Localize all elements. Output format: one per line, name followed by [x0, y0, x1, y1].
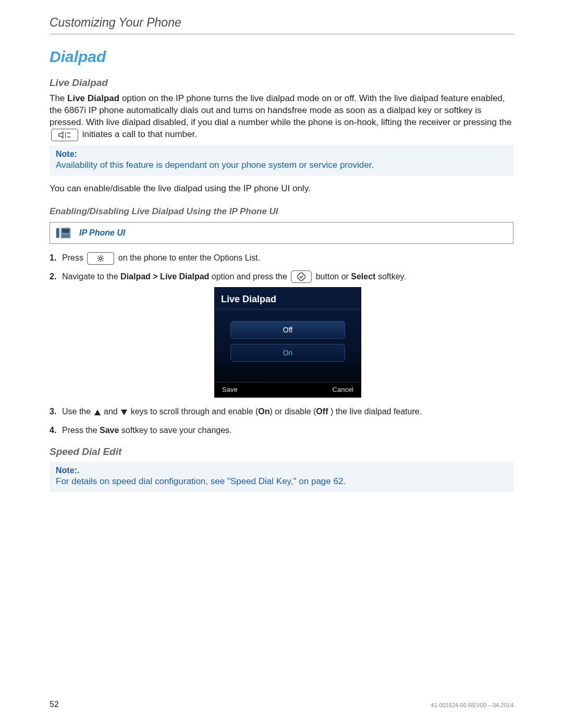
ip-phone-icon	[55, 226, 72, 240]
up-arrow-icon	[94, 410, 101, 415]
page: Customizing Your Phone Dialpad Live Dial…	[0, 0, 563, 728]
bold-select: Select	[351, 272, 375, 281]
bold-on: On	[258, 407, 270, 416]
text: keys to scroll through and enable (	[128, 407, 258, 416]
text: ) the live dialpad feature.	[328, 407, 422, 416]
softkey-save: Save	[215, 382, 288, 397]
text: Press	[62, 253, 85, 262]
svg-line-12	[103, 260, 104, 261]
note-text: Availability of this feature is dependan…	[56, 160, 507, 170]
bold-save: Save	[100, 426, 119, 435]
link-page-62[interactable]: page 62	[311, 476, 343, 486]
text: Use the	[62, 407, 93, 416]
page-number: 52	[50, 700, 59, 709]
svg-point-6	[100, 257, 102, 260]
header-rule	[50, 34, 513, 34]
text: on	[297, 476, 311, 486]
live-dialpad-paragraph-2: You can enable/disable the live dialpad …	[50, 183, 513, 195]
section-heading-dialpad: Dialpad	[50, 48, 513, 66]
text: The	[50, 93, 67, 103]
chapter-title: Customizing Your Phone	[50, 16, 513, 30]
text: softkey.	[375, 272, 406, 281]
subsubsection-enabling: Enabling/Disabling Live Dialpad Using th…	[50, 206, 513, 217]
svg-line-14	[99, 260, 100, 261]
doc-revision: 41-001524-00 REV00 – 04.2014	[431, 702, 513, 708]
screenshot-title: Live Dialpad	[215, 288, 361, 310]
text: option and press the	[209, 272, 289, 281]
svg-rect-3	[61, 234, 70, 238]
step-3: Use the and keys to scroll through and e…	[50, 405, 513, 418]
select-check-key-icon	[291, 270, 312, 283]
subsection-speed-dial-edit: Speed Dial Edit	[50, 446, 513, 458]
step-2: Navigate to the Dialpad > Live Dialpad o…	[50, 270, 513, 398]
text: ) or disable (	[270, 407, 316, 416]
steps-list: Press on the phone to enter the Options …	[50, 251, 513, 437]
bold-off: Off	[316, 407, 328, 416]
ip-phone-ui-box: IP Phone UI	[50, 222, 513, 244]
option-on: On	[230, 344, 345, 362]
options-gear-key-icon	[87, 252, 114, 265]
softkey-cancel: Cancel	[288, 382, 361, 397]
svg-line-13	[103, 256, 104, 257]
page-footer: 52 41-001524-00 REV00 – 04.2014	[50, 700, 513, 709]
ip-phone-ui-label: IP Phone UI	[79, 228, 125, 238]
svg-rect-15	[297, 273, 305, 281]
text: and	[102, 407, 120, 416]
note-box-2: Note:. For details on speed dial configu…	[50, 462, 513, 492]
phone-screenshot: Live Dialpad Off On Save Cancel	[214, 287, 361, 398]
text: Press the	[62, 426, 100, 435]
text: For details on speed dial configuration,…	[56, 476, 227, 486]
note-label: Note:.	[56, 466, 507, 475]
bold-live-dialpad: Live Dialpad	[67, 93, 119, 103]
bold-path: Dialpad > Live Dialpad	[120, 272, 209, 281]
note-box-1: Note: Availability of this feature is de…	[50, 145, 513, 176]
svg-line-11	[99, 256, 100, 257]
text: initiates a call to that number.	[80, 129, 197, 139]
step-4: Press the Save softkey to save your chan…	[50, 424, 513, 437]
softkey-bar: Save Cancel	[215, 382, 361, 397]
live-dialpad-paragraph-1: The Live Dialpad option on the IP phone …	[50, 93, 513, 141]
text: button or	[313, 272, 351, 281]
text: .	[343, 476, 346, 486]
svg-rect-2	[62, 229, 69, 233]
text: softkey to save your changes.	[119, 426, 231, 435]
note-label: Note:	[56, 150, 507, 159]
text: on the phone to enter the Options List.	[116, 253, 260, 262]
step-1: Press on the phone to enter the Options …	[50, 251, 513, 265]
speaker-key-icon	[51, 129, 78, 141]
link-speed-dial-key[interactable]: "Speed Dial Key,"	[227, 476, 297, 486]
text: Navigate to the	[62, 272, 120, 281]
subsection-live-dialpad: Live Dialpad	[50, 77, 513, 89]
option-off: Off	[230, 321, 345, 339]
down-arrow-icon	[121, 410, 127, 415]
note-text: For details on speed dial configuration,…	[56, 476, 507, 487]
